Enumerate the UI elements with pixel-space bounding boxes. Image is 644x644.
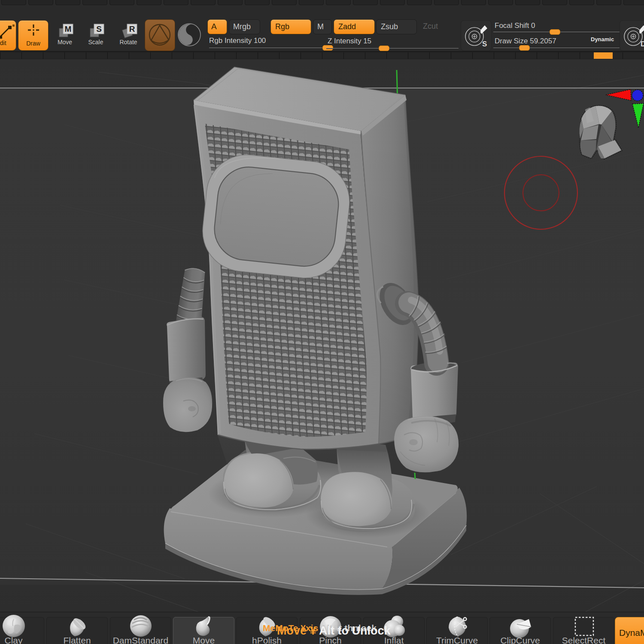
svg-text:S: S (96, 24, 102, 33)
svg-text:S: S (482, 40, 487, 48)
svg-text:D: D (641, 40, 644, 48)
svg-text:R: R (129, 24, 135, 33)
svg-text:M: M (65, 24, 72, 33)
